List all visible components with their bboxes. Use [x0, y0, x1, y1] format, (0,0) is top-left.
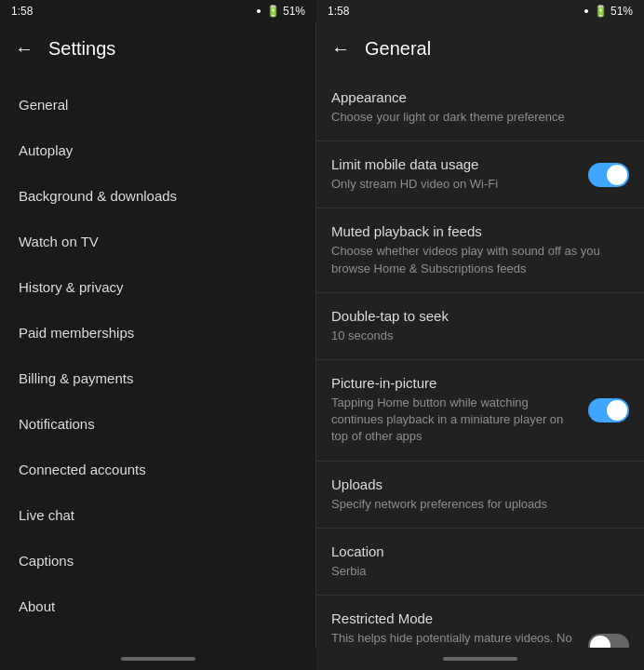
nav-item-background-downloads[interactable]: Background & downloads [0, 173, 315, 219]
setting-restricted-subtitle: This helps hide potentially mature video… [331, 630, 577, 648]
toggle-limit-mobile-data[interactable] [588, 163, 629, 187]
right-panel: ← General Appearance Choose your light o… [316, 22, 644, 648]
signal-dot [257, 9, 261, 13]
time-left: 1:58 [11, 5, 33, 18]
setting-appearance[interactable]: Appearance Choose your light or dark the… [316, 74, 644, 141]
toggle-pip[interactable] [588, 398, 629, 422]
dual-panel: ← Settings General Autoplay Background &… [0, 22, 644, 648]
time-right: 1:58 [328, 5, 349, 18]
setting-location[interactable]: Location Serbia [316, 529, 644, 596]
left-back-button[interactable]: ← [15, 38, 34, 60]
setting-uploads-subtitle: Specify network preferences for uploads [331, 496, 618, 513]
setting-location-title: Location [331, 543, 618, 559]
setting-restricted-mode[interactable]: Restricted Mode This helps hide potentia… [316, 596, 644, 648]
battery-left: 🔋 51% [266, 5, 305, 18]
status-bar-right: 1:58 🔋 51% [316, 0, 644, 22]
right-header: ← General [316, 22, 644, 74]
nav-item-watch-on-tv[interactable]: Watch on TV [0, 219, 315, 264]
nav-item-notifications[interactable]: Notifications [0, 401, 315, 447]
left-header: ← Settings [0, 22, 315, 74]
toggle-knob [607, 165, 627, 185]
setting-pip-title: Picture-in-picture [331, 375, 577, 391]
nav-item-autoplay[interactable]: Autoplay [0, 127, 315, 173]
setting-restricted-title: Restricted Mode [331, 610, 577, 626]
setting-appearance-title: Appearance [331, 89, 618, 105]
setting-muted-subtitle: Choose whether videos play with sound of… [331, 243, 618, 276]
setting-location-subtitle: Serbia [331, 563, 618, 580]
nav-item-billing-payments[interactable]: Billing & payments [0, 355, 315, 401]
setting-double-tap[interactable]: Double-tap to seek 10 seconds [316, 293, 644, 360]
toggle-pip-knob [607, 400, 627, 421]
right-nav-indicator [443, 657, 517, 661]
status-bar: 1:58 🔋 51% 1:58 🔋 51% [0, 0, 644, 22]
nav-indicator-right [316, 648, 644, 670]
setting-uploads-title: Uploads [331, 476, 618, 492]
setting-double-tap-subtitle: 10 seconds [331, 328, 618, 344]
setting-limit-subtitle: Only stream HD video on Wi-Fi [331, 176, 577, 193]
nav-item-about[interactable]: About [0, 583, 315, 629]
setting-muted-title: Muted playback in feeds [331, 223, 618, 239]
right-back-button[interactable]: ← [331, 38, 350, 60]
setting-limit-mobile-data[interactable]: Limit mobile data usage Only stream HD v… [316, 141, 644, 208]
nav-item-captions[interactable]: Captions [0, 538, 315, 583]
left-nav: General Autoplay Background & downloads … [0, 74, 315, 648]
nav-item-general[interactable]: General [0, 82, 315, 127]
setting-pip[interactable]: Picture-in-picture Tapping Home button w… [316, 360, 644, 462]
setting-muted-playback[interactable]: Muted playback in feeds Choose whether v… [316, 208, 644, 292]
setting-double-tap-title: Double-tap to seek [331, 308, 618, 324]
left-panel: ← Settings General Autoplay Background &… [0, 22, 316, 648]
signal-dot-right [584, 9, 588, 13]
left-nav-indicator [121, 657, 195, 661]
bottom-nav [0, 648, 644, 670]
setting-limit-title: Limit mobile data usage [331, 156, 577, 172]
settings-list: Appearance Choose your light or dark the… [316, 74, 644, 648]
setting-pip-subtitle: Tapping Home button while watching conti… [331, 395, 577, 446]
nav-item-live-chat[interactable]: Live chat [0, 492, 315, 538]
nav-indicator-left [0, 648, 316, 670]
toggle-restricted-knob [590, 636, 610, 648]
setting-appearance-subtitle: Choose your light or dark theme preferen… [331, 109, 618, 126]
toggle-restricted-mode[interactable] [588, 634, 629, 648]
nav-item-paid-memberships[interactable]: Paid memberships [0, 310, 315, 355]
right-panel-title: General [365, 38, 431, 60]
left-panel-title: Settings [48, 38, 115, 60]
setting-uploads[interactable]: Uploads Specify network preferences for … [316, 462, 644, 529]
status-bar-left: 1:58 🔋 51% [0, 0, 316, 22]
nav-item-history-privacy[interactable]: History & privacy [0, 264, 315, 310]
battery-right: 🔋 51% [594, 5, 633, 18]
nav-item-connected-accounts[interactable]: Connected accounts [0, 447, 315, 492]
